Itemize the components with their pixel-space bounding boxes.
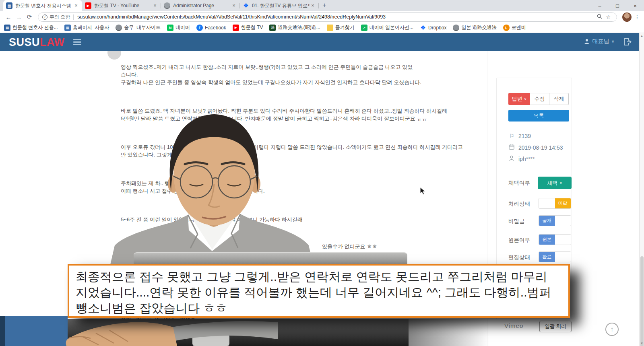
scrollbar-up-icon[interactable]: ▲	[640, 33, 644, 39]
bookmark-lawnb[interactable]: L로앤비	[503, 24, 526, 31]
bookmark-label: 즐겨찾기	[335, 24, 355, 31]
edit-status-toggle[interactable]: 완료	[539, 251, 571, 262]
bookmark-dropbox[interactable]: ❖Dropbox	[420, 25, 446, 31]
bookmark-road-traffic-law[interactable]: 法道路交通法,(昭)道...	[269, 24, 320, 31]
bookmark-facebook[interactable]: fFacebook	[196, 25, 226, 31]
delete-button[interactable]: 삭제	[549, 93, 569, 105]
susulaw-favicon-icon: ▦	[6, 2, 12, 9]
bookmark-icon: ▦	[4, 25, 10, 31]
bookmark-label: 네이버	[175, 24, 190, 31]
bookmark-naver[interactable]: N네이버	[167, 24, 190, 31]
reply-button[interactable]: 답변∨	[508, 93, 530, 105]
logo-text: LAW	[40, 36, 65, 48]
original-status-toggle[interactable]: 원본	[539, 234, 571, 245]
minimize-button[interactable]: –	[591, 0, 609, 11]
toggle-off-half	[555, 216, 571, 226]
chrome-menu-icon[interactable]: ⋮	[634, 14, 641, 20]
flag-icon: ⚐	[508, 133, 515, 139]
bookmark-label: 일본 道路交通法	[461, 24, 496, 31]
tab-close-icon[interactable]: ×	[73, 2, 79, 9]
logout-icon[interactable]	[623, 37, 632, 48]
bookmark-label: 송무_내부사이트	[124, 24, 161, 31]
process-status-toggle[interactable]: 미답	[539, 198, 571, 209]
security-label: 주의 요함	[50, 14, 70, 21]
back-button[interactable]: ←	[3, 14, 14, 21]
bookmark-label: Dropbox	[428, 25, 446, 31]
bookmark-japan-traffic-law[interactable]: 일본 道路交通法	[453, 24, 496, 31]
tab-close-icon[interactable]: ×	[231, 2, 237, 9]
bookmark-internal-site[interactable]: 송무_내부사이트	[116, 24, 161, 31]
site-info-icon[interactable]: i	[42, 14, 47, 20]
adoption-select-button[interactable]: 채택∨	[538, 177, 572, 189]
bookmark-star-icon[interactable]: ☆	[604, 14, 613, 20]
secret-post-toggle[interactable]: 공개	[539, 215, 571, 226]
close-button[interactable]: ×	[626, 0, 644, 11]
tab-youtube[interactable]: ▶ 한문철 TV - YouTube ×	[82, 0, 161, 11]
adoption-value: 채택	[547, 179, 557, 187]
toggle-off-half	[555, 252, 571, 262]
refresh-button[interactable]: ⟳	[24, 13, 35, 21]
toggle-value: 원본	[539, 235, 555, 245]
susulaw-logo[interactable]: SUSULAW	[9, 36, 65, 49]
new-tab-button[interactable]: +	[319, 0, 330, 11]
dropbox-favicon-icon: ❖	[243, 2, 249, 9]
tab-title: Administrator Page	[173, 3, 231, 8]
post-author: iph****	[518, 156, 535, 162]
chevron-down-icon: ∨	[524, 97, 527, 101]
tab-administrator[interactable]: Administrator Page ×	[161, 0, 240, 11]
dictionary-icon: ↗	[361, 25, 367, 31]
post-date-row: 2019-08-19 14:53	[508, 144, 563, 151]
omnibox-divider	[73, 14, 74, 20]
tab-title: 한문철 변호사 전용시스템	[15, 2, 73, 9]
restore-button[interactable]: □	[609, 0, 626, 11]
bookmark-hanmuncheol-tv[interactable]: ▶한문철 TV	[233, 24, 263, 31]
youtube-favicon-icon: ▶	[85, 2, 91, 9]
bookmark-label: Facebook	[205, 25, 226, 31]
list-button[interactable]: 목록	[508, 110, 569, 122]
bookmark-label: 한문철 TV	[241, 24, 263, 31]
comment-paragraph: 영상 찍으셨죠..제가 내리고 나서도 한참..소리 지르며 보랏..쌩쌩(?)…	[121, 63, 467, 86]
bookmark-label: 로앤비	[512, 24, 526, 31]
browser-tab-strip: ▦ 한문철 변호사 전용시스템 × ▶ 한문철 TV - YouTube × A…	[0, 0, 644, 11]
adoption-label: 채택여부	[508, 179, 530, 187]
law-icon: 法	[269, 25, 276, 31]
calendar-icon	[508, 144, 515, 151]
hamburger-menu-icon[interactable]	[73, 39, 81, 46]
presenter-figure	[103, 109, 320, 266]
tab-close-icon[interactable]: ×	[152, 2, 158, 9]
screen: ▦ 한문철 변호사 전용시스템 × ▶ 한문철 TV - YouTube × A…	[0, 0, 644, 346]
post-author-row: iph****	[508, 155, 535, 162]
url-text[interactable]: susulaw.com/handmin/bdManage/viewContent…	[77, 14, 595, 20]
secret-post-label: 비밀글	[508, 218, 525, 225]
bookmark-label: 홈페이지_사용자	[73, 24, 109, 31]
forward-button[interactable]: →	[14, 14, 24, 21]
scrollbar-down-icon[interactable]: ▼	[640, 340, 644, 346]
edit-button[interactable]: 수정	[530, 93, 549, 105]
globe-favicon-icon	[164, 2, 170, 9]
toggle-value: 완료	[539, 252, 555, 262]
tab-title: 한문철 TV - YouTube	[94, 2, 152, 9]
scrollbar-thumb[interactable]	[640, 256, 644, 346]
laptop	[134, 252, 407, 265]
tab-close-icon[interactable]: ×	[310, 2, 316, 9]
toggle-off-half	[539, 198, 555, 208]
tab-susulaw-system[interactable]: ▦ 한문철 변호사 전용시스템 ×	[3, 0, 82, 11]
user-menu[interactable]: 대표님 ∨	[584, 38, 614, 45]
bookmark-homepage[interactable]: ▦홈페이지_사용자	[64, 24, 109, 31]
folder-icon	[327, 25, 333, 31]
browser-toolbar: ← → ⟳ i 주의 요함 susulaw.com/handmin/bdMana…	[0, 11, 644, 23]
bookmark-susulaw[interactable]: ▦한문철 변호사 전용...	[4, 24, 58, 31]
tab-title: 01. 한문철TV 유튜브 업로드 작	[252, 2, 310, 9]
address-bar[interactable]: i 주의 요함 susulaw.com/handmin/bdManage/vie…	[38, 12, 617, 22]
profile-avatar[interactable]	[622, 12, 632, 22]
bookmark-icon: ▦	[64, 25, 71, 31]
scrollbar[interactable]: ▲ ▼	[639, 33, 644, 346]
bookmark-favorites-folder[interactable]: 즐겨찾기	[327, 24, 355, 31]
process-status-label: 처리상태	[508, 200, 530, 208]
toggle-value: 미답	[555, 198, 571, 208]
zoom-icon[interactable]	[595, 14, 604, 20]
bookmarks-bar: ▦한문철 변호사 전용... ▦홈페이지_사용자 송무_내부사이트 N네이버 f…	[0, 23, 644, 33]
tab-dropbox-doc[interactable]: ❖ 01. 한문철TV 유튜브 업로드 작 ×	[240, 0, 319, 11]
bookmark-naver-jp-dict[interactable]: ↗네이버 일본어사전...	[361, 24, 413, 31]
bookmark-label: 한문철 변호사 전용...	[12, 24, 58, 31]
